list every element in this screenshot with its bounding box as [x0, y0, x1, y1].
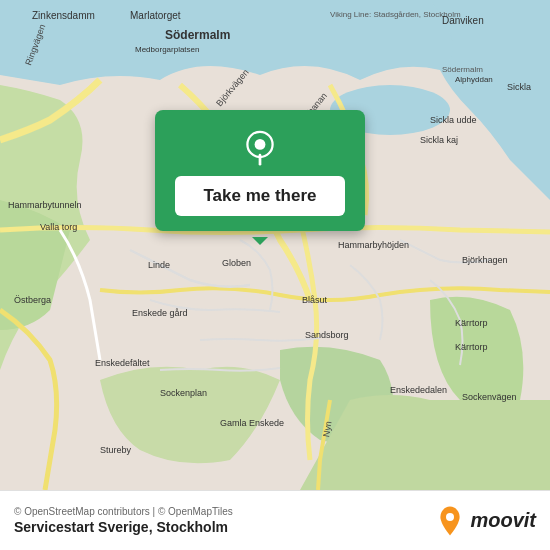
location-pin-icon	[242, 130, 278, 166]
callout-popup: Take me there	[155, 110, 365, 231]
place-label: Gamla Enskede	[220, 418, 284, 428]
footer: © OpenStreetMap contributors | © OpenMap…	[0, 490, 550, 550]
place-label: Enskede gård	[132, 308, 188, 318]
place-label: Sockenvägen	[462, 392, 517, 402]
place-label: Södermalm	[442, 65, 483, 74]
place-label: Sockenplan	[160, 388, 207, 398]
place-label: Marlatorget	[130, 10, 181, 21]
place-label: Sickla udde	[430, 115, 477, 125]
map-container: Zinkensdamm Marlatorget Södermalm Viking…	[0, 0, 550, 490]
place-label: Medborgarplatsen	[135, 45, 199, 54]
place-label: Enskededalen	[390, 385, 447, 395]
place-label: Danviken	[442, 15, 484, 26]
place-label: Valla torg	[40, 222, 77, 232]
place-label: Björkhagen	[462, 255, 508, 265]
place-label: Enskedefältet	[95, 358, 150, 368]
attribution-text: © OpenStreetMap contributors | © OpenMap…	[14, 506, 233, 517]
place-label: Sandsborg	[305, 330, 349, 340]
location-title: Servicestart Sverige, Stockholm	[14, 519, 233, 535]
place-label: Blåsut	[302, 295, 327, 305]
place-label: Hammarbytunneln	[8, 200, 82, 210]
place-label: Sickla	[507, 82, 531, 92]
moovit-logo: moovit	[434, 505, 536, 537]
moovit-pin-icon	[434, 505, 466, 537]
place-label: Linde	[148, 260, 170, 270]
place-label: Alphyddan	[455, 75, 493, 84]
svg-point-3	[255, 139, 266, 150]
place-label: Kärrtorp	[455, 318, 488, 328]
place-label: Stureby	[100, 445, 131, 455]
place-label: Sickla kaj	[420, 135, 458, 145]
take-me-there-button[interactable]: Take me there	[175, 176, 345, 216]
place-sodermalm-label: Södermalm	[165, 28, 230, 42]
place-label: Hammarbyhöjden	[338, 240, 409, 250]
place-label: Kärrtorp	[455, 342, 488, 352]
place-label: Zinkensdamm	[32, 10, 95, 21]
moovit-brand-text: moovit	[470, 509, 536, 532]
svg-point-4	[446, 513, 454, 521]
footer-left: © OpenStreetMap contributors | © OpenMap…	[14, 506, 233, 535]
place-label: Östberga	[14, 295, 51, 305]
place-label: Globen	[222, 258, 251, 268]
